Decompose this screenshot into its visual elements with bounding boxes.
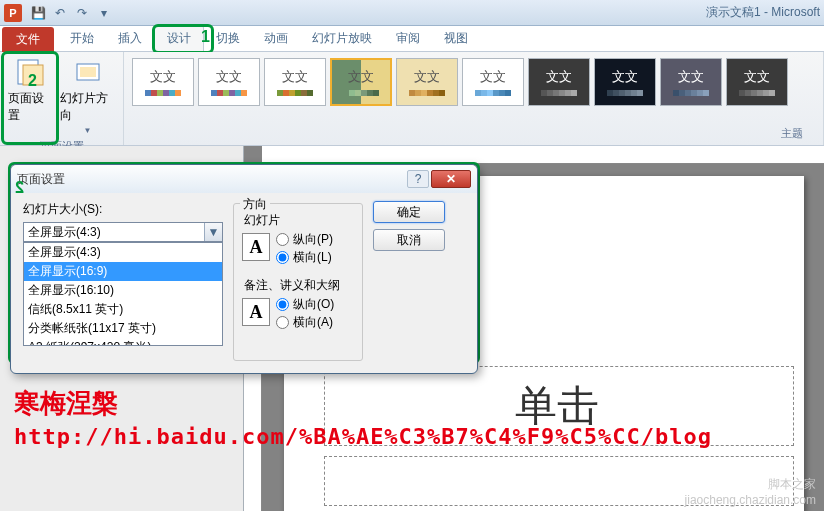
orientation-label: 幻灯片方向 (60, 90, 115, 124)
title-bar: P 💾 ↶ ↷ ▾ 演示文稿1 - Microsoft (0, 0, 824, 26)
theme-thumb[interactable]: 文文 (462, 58, 524, 106)
theme-thumb[interactable]: 文文 (726, 58, 788, 106)
dialog-close-button[interactable]: ✕ (431, 170, 471, 188)
annotation-2: 2 (28, 72, 37, 90)
dialog-title: 页面设置 (17, 171, 65, 188)
overlay-author: 寒梅涅槃 (14, 386, 118, 421)
quick-access-toolbar: 💾 ↶ ↷ ▾ (28, 3, 114, 23)
slides-portrait-label: 纵向(P) (293, 231, 333, 248)
theme-thumb[interactable]: 文文 (660, 58, 722, 106)
app-badge-icon[interactable]: P (4, 4, 22, 22)
notes-orientation-label: 备注、讲义和大纲 (244, 277, 354, 294)
combo-arrow-icon[interactable]: ▼ (204, 223, 222, 241)
list-item[interactable]: 全屏显示(16:10) (24, 281, 222, 300)
page-setup-dialog: 页面设置 ? ✕ 2 幻灯片大小(S): 全屏显示(4:3) ▼ 全屏显示(4:… (10, 164, 478, 374)
dropdown-icon: ▼ (84, 126, 92, 135)
theme-thumb[interactable]: 文文 (528, 58, 590, 106)
slide-size-listbox[interactable]: 全屏显示(4:3)全屏显示(16:9)全屏显示(16:10)信纸(8.5x11 … (23, 242, 223, 346)
group-page-setup: 页面设置 幻灯片方向 ▼ 页面设置 (0, 52, 124, 145)
tab-design[interactable]: 设计 (154, 25, 204, 52)
redo-icon[interactable]: ↷ (72, 3, 92, 23)
list-item[interactable]: 信纸(8.5x11 英寸) (24, 300, 222, 319)
ok-button[interactable]: 确定 (373, 201, 445, 223)
tab-insert[interactable]: 插入 (106, 26, 154, 51)
window-title: 演示文稿1 - Microsoft (706, 4, 820, 21)
svg-rect-3 (80, 67, 96, 77)
slides-landscape-radio[interactable] (276, 251, 289, 264)
page-setup-label: 页面设置 (8, 90, 52, 124)
orientation-icon (72, 56, 104, 88)
dialog-help-button[interactable]: ? (407, 170, 429, 188)
annotation-dialog-2: 2 (15, 179, 24, 197)
theme-thumb[interactable]: 文文 (198, 58, 260, 106)
slide-orientation-button[interactable]: 幻灯片方向 ▼ (56, 54, 119, 137)
list-item[interactable]: A3 纸张(297x420 毫米) (24, 338, 222, 346)
landscape-icon: A (242, 233, 270, 261)
tab-transitions[interactable]: 切换 (204, 26, 252, 51)
ribbon-body: 页面设置 幻灯片方向 ▼ 页面设置 文文文文文文文文文文文文文文文文文文文文 主… (0, 52, 824, 146)
dialog-body: 幻灯片大小(S): 全屏显示(4:3) ▼ 全屏显示(4:3)全屏显示(16:9… (11, 193, 477, 373)
tab-home[interactable]: 开始 (58, 26, 106, 51)
cancel-button[interactable]: 取消 (373, 229, 445, 251)
theme-thumb[interactable]: 文文 (132, 58, 194, 106)
watermark-l1: 脚本之家 (685, 476, 816, 493)
slides-portrait-radio[interactable] (276, 233, 289, 246)
page-setup-button[interactable]: 页面设置 (4, 54, 56, 137)
list-item[interactable]: 全屏显示(4:3) (24, 243, 222, 262)
slide-size-label: 幻灯片大小(S): (23, 201, 223, 218)
notes-portrait-label: 纵向(O) (293, 296, 334, 313)
theme-thumb[interactable]: 文文 (330, 58, 392, 106)
dialog-buttons: 确定 取消 (373, 201, 445, 361)
tab-review[interactable]: 审阅 (384, 26, 432, 51)
dialog-orientation-column: 方向 幻灯片 A 纵向(P) 横向(L) 备注、讲义和大纲 A 纵向(O) 横向… (233, 201, 363, 361)
ribbon-tabs: 文件 开始 插入 设计 切换 动画 幻灯片放映 审阅 视图 (0, 26, 824, 52)
list-item[interactable]: 分类帐纸张(11x17 英寸) (24, 319, 222, 338)
tab-file[interactable]: 文件 (2, 27, 54, 52)
slide-size-combo[interactable]: 全屏显示(4:3) ▼ (23, 222, 223, 242)
notes-portrait-radio[interactable] (276, 298, 289, 311)
theme-thumb[interactable]: 文文 (396, 58, 458, 106)
save-icon[interactable]: 💾 (28, 3, 48, 23)
tab-view[interactable]: 视图 (432, 26, 480, 51)
notes-landscape-radio[interactable] (276, 316, 289, 329)
dialog-size-column: 幻灯片大小(S): 全屏显示(4:3) ▼ 全屏显示(4:3)全屏显示(16:9… (23, 201, 223, 361)
annotation-1: 1 (201, 28, 210, 46)
combo-value: 全屏显示(4:3) (28, 224, 101, 241)
tab-design-label: 设计 (167, 31, 191, 45)
slides-landscape-label: 横向(L) (293, 249, 332, 266)
themes-group-label: 主题 (781, 124, 803, 143)
tab-animations[interactable]: 动画 (252, 26, 300, 51)
dialog-titlebar[interactable]: 页面设置 ? ✕ 2 (11, 165, 477, 193)
group-themes: 文文文文文文文文文文文文文文文文文文文文 主题 (124, 52, 824, 145)
portrait-icon: A (242, 298, 270, 326)
watermark-l2: jiaocheng.chazidian.com (685, 493, 816, 507)
overlay-url: http://hi.baidu.com/%BA%AE%C3%B7%C4%F9%C… (14, 424, 712, 449)
watermark: 脚本之家 jiaocheng.chazidian.com (685, 476, 816, 507)
themes-gallery[interactable]: 文文文文文文文文文文文文文文文文文文文文 (128, 54, 819, 110)
qat-customize-icon[interactable]: ▾ (94, 3, 114, 23)
theme-thumb[interactable]: 文文 (594, 58, 656, 106)
list-item[interactable]: 全屏显示(16:9) (24, 262, 222, 281)
orientation-frame-label: 方向 (240, 196, 270, 213)
undo-icon[interactable]: ↶ (50, 3, 70, 23)
horizontal-ruler (262, 146, 824, 164)
slides-orientation-label: 幻灯片 (244, 212, 354, 229)
orientation-frame: 方向 幻灯片 A 纵向(P) 横向(L) 备注、讲义和大纲 A 纵向(O) 横向… (233, 203, 363, 361)
theme-thumb[interactable]: 文文 (264, 58, 326, 106)
notes-landscape-label: 横向(A) (293, 314, 333, 331)
tab-slideshow[interactable]: 幻灯片放映 (300, 26, 384, 51)
